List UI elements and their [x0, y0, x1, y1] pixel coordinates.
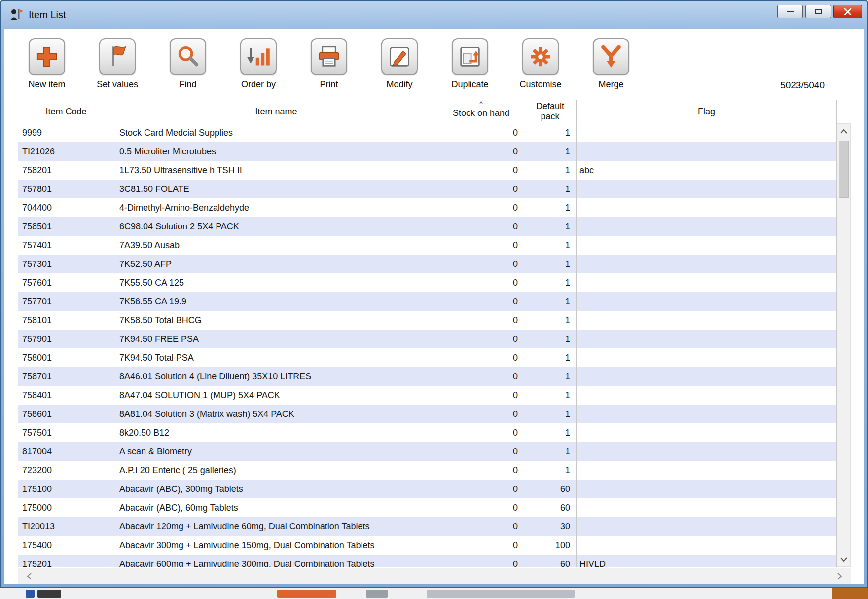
table-row[interactable]: 757901 7K94.50 FREE PSA 0 1	[18, 330, 837, 348]
title-bar[interactable]: Item List	[1, 1, 867, 29]
vertical-scroll-thumb[interactable]	[839, 141, 849, 198]
cell-item-code: 175201	[18, 555, 114, 567]
window-controls	[777, 5, 862, 18]
cell-item-code: 758701	[18, 367, 114, 386]
modify-button[interactable]: Modify	[367, 38, 432, 90]
table-row[interactable]: 9999 Stock Card Medcial Supplies 0 1	[18, 123, 837, 142]
cell-default-pack: 1	[524, 198, 577, 217]
cell-item-code: TI20013	[18, 517, 114, 536]
cell-stock-on-hand: 0	[438, 461, 524, 480]
table-row[interactable]: TI20013 Abacavir 120mg + Lamivudine 60mg…	[18, 517, 837, 536]
chevron-right-icon	[837, 573, 842, 580]
cell-flag	[577, 330, 837, 348]
table-row[interactable]: 175201 Abacavir 600mg + Lamivudine 300mg…	[18, 555, 837, 567]
cell-item-name: 6C98.04 Solution 2 5X4 PACK	[114, 217, 438, 236]
cell-flag	[577, 142, 837, 161]
minimize-button[interactable]	[777, 5, 803, 18]
table-row[interactable]: 758501 6C98.04 Solution 2 5X4 PACK 0 1	[18, 217, 837, 236]
cell-default-pack: 1	[524, 292, 577, 311]
column-header-default-pack[interactable]: Default pack	[524, 100, 577, 123]
table-row[interactable]: 757601 7K55.50 CA 125 0 1	[18, 273, 837, 292]
cell-item-code: 175400	[18, 536, 114, 555]
print-button[interactable]: Print	[297, 38, 361, 90]
cell-item-name: 8k20.50 B12	[114, 423, 438, 442]
toolbar: New item Set values	[4, 29, 864, 99]
table-row[interactable]: TI21026 0.5 Microliter Microtubes 0 1	[18, 142, 837, 161]
table-row[interactable]: 757701 7K56.55 CA 19.9 0 1	[18, 292, 837, 311]
table-row[interactable]: 817004 A scan & Biometry 0 1	[18, 442, 837, 461]
table-row[interactable]: 757401 7A39.50 Ausab 0 1	[18, 236, 837, 255]
scroll-right-button[interactable]	[832, 568, 847, 584]
cell-flag	[577, 498, 837, 517]
desktop-strip	[0, 588, 868, 599]
cell-stock-on-hand: 0	[438, 498, 524, 517]
cell-stock-on-hand: 0	[438, 142, 524, 161]
cell-default-pack: 1	[524, 123, 577, 142]
cell-default-pack: 1	[524, 367, 577, 386]
horizontal-scrollbar[interactable]	[18, 568, 851, 584]
column-header-flag[interactable]: Flag	[577, 100, 837, 123]
cell-stock-on-hand: 0	[438, 255, 524, 273]
close-icon	[844, 8, 852, 15]
cell-item-code: 758601	[18, 405, 114, 423]
cell-item-name: A.P.I 20 Enteric ( 25 galleries)	[114, 461, 438, 480]
close-button[interactable]	[833, 5, 862, 18]
table-row[interactable]: 758001 7K94.50 Total PSA 0 1	[18, 348, 837, 367]
cell-stock-on-hand: 0	[438, 330, 524, 348]
table-row[interactable]: 758601 8A81.04 Solution 3 (Matrix wash) …	[18, 405, 837, 423]
cell-item-code: 757801	[18, 180, 114, 198]
duplicate-button[interactable]: Duplicate	[438, 38, 502, 90]
cell-flag	[577, 480, 837, 498]
column-header-item-code[interactable]: Item Code	[18, 100, 114, 123]
cell-item-name: Abacavir (ABC), 60mg Tablets	[114, 498, 438, 517]
merge-button[interactable]: Merge	[579, 38, 643, 90]
cell-item-name: 3C81.50 FOLATE	[114, 180, 438, 198]
cell-flag	[577, 217, 837, 236]
order-by-button[interactable]: Order by	[226, 38, 290, 90]
table-row[interactable]: 175000 Abacavir (ABC), 60mg Tablets 0 60	[18, 498, 837, 517]
table-row[interactable]: 757301 7K52.50 AFP 0 1	[18, 255, 837, 273]
cell-default-pack: 1	[524, 217, 577, 236]
cell-default-pack: 1	[524, 255, 577, 273]
cell-item-name: 7K52.50 AFP	[114, 255, 438, 273]
scroll-down-button[interactable]	[837, 553, 850, 565]
item-list-window: Item List	[0, 0, 868, 588]
scroll-up-button[interactable]	[837, 125, 850, 138]
cell-default-pack: 1	[524, 330, 577, 348]
cell-item-name: 4-Dimethyl-Amino-Benzaldehyde	[114, 198, 438, 217]
set-values-button[interactable]: Set values	[85, 38, 149, 90]
table-row[interactable]: 704400 4-Dimethyl-Amino-Benzaldehyde 0 1	[18, 198, 837, 217]
cell-stock-on-hand: 0	[438, 348, 524, 367]
new-item-button[interactable]: New item	[15, 38, 79, 90]
duplicate-icon	[452, 38, 488, 75]
table-row[interactable]: 758401 8A47.04 SOLUTION 1 (MUP) 5X4 PACK…	[18, 386, 837, 405]
table-row[interactable]: 175100 Abacavir (ABC), 300mg Tablets 0 6…	[18, 480, 837, 498]
maximize-icon	[815, 9, 822, 14]
customise-button[interactable]: Customise	[508, 38, 573, 90]
table-row[interactable]: 723200 A.P.I 20 Enteric ( 25 galleries) …	[18, 461, 837, 480]
cell-stock-on-hand: 0	[438, 536, 524, 555]
cell-item-name: 1L73.50 Ultrasensitive h TSH II	[114, 161, 438, 180]
desktop-fragment	[37, 590, 61, 598]
table-row[interactable]: 757801 3C81.50 FOLATE 0 1	[18, 180, 837, 198]
cell-item-name: 8A81.04 Solution 3 (Matrix wash) 5X4 PAC…	[114, 405, 438, 423]
table-row[interactable]: 757501 8k20.50 B12 0 1	[18, 423, 837, 442]
vertical-scrollbar[interactable]	[837, 123, 851, 567]
cell-item-code: 175100	[18, 480, 114, 498]
client-area: New item Set values	[4, 29, 864, 584]
cell-flag	[577, 180, 837, 198]
find-button[interactable]: Find	[156, 38, 220, 90]
cell-stock-on-hand: 0	[438, 517, 524, 536]
cell-flag	[577, 367, 837, 386]
cell-item-name: 0.5 Microliter Microtubes	[114, 142, 438, 161]
scroll-left-button[interactable]	[22, 568, 36, 584]
table-row[interactable]: 758201 1L73.50 Ultrasensitive h TSH II 0…	[18, 161, 837, 180]
column-header-stock-on-hand[interactable]: ^ Stock on hand	[438, 100, 524, 123]
cell-default-pack: 100	[524, 536, 577, 555]
table-row[interactable]: 758101 7K58.50 Total BHCG 0 1	[18, 311, 837, 330]
maximize-button[interactable]	[805, 5, 831, 18]
cell-flag: abc	[577, 161, 837, 180]
column-header-item-name[interactable]: Item name	[114, 100, 438, 123]
table-row[interactable]: 175400 Abacavir 300mg + Lamivudine 150mg…	[18, 536, 837, 555]
table-row[interactable]: 758701 8A46.01 Solution 4 (Line Diluent)…	[18, 367, 837, 386]
